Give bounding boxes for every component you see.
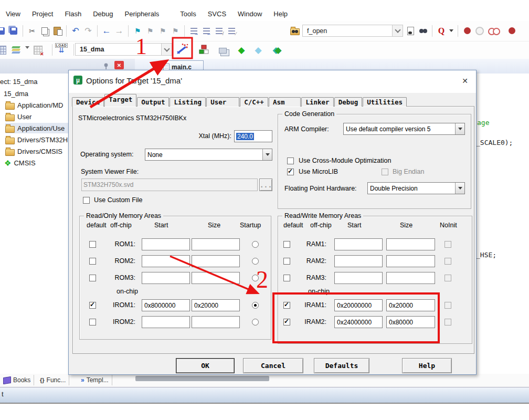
menu-tools[interactable]: Tools xyxy=(174,10,202,18)
dialog-title-bar[interactable]: µ Options for Target '15_dma' ✕ xyxy=(69,70,476,93)
irom2-size-input[interactable] xyxy=(192,316,240,328)
configure-flash-tools-icon[interactable]: ◆ xyxy=(236,44,247,56)
software-packs-icon[interactable]: ◆ ◆ xyxy=(269,44,285,56)
arm-compiler-select[interactable]: Use default compiler version 5 xyxy=(343,123,465,135)
menu-window[interactable]: Window xyxy=(232,10,268,18)
rom1-startup-radio[interactable] xyxy=(252,241,259,248)
ram3-default-checkbox[interactable] xyxy=(283,275,290,281)
rom2-startup-radio[interactable] xyxy=(252,258,259,265)
menu-debug[interactable]: Debug xyxy=(87,10,119,18)
cut-icon[interactable]: ✂ xyxy=(27,25,37,37)
help-button[interactable]: Help xyxy=(402,358,452,373)
dropdown-icon[interactable] xyxy=(455,183,464,194)
tab-functions[interactable]: {} Func... xyxy=(37,375,69,385)
find-in-document-icon[interactable] xyxy=(405,25,416,37)
tab-cpp[interactable]: C/C++ xyxy=(240,97,268,107)
ram1-size-input[interactable] xyxy=(386,238,435,250)
tab-utilities[interactable]: Utilities xyxy=(363,97,407,107)
irom1-start-input[interactable]: 0x8000000 xyxy=(142,299,190,311)
menu-svcs[interactable]: SVCS xyxy=(202,10,232,18)
disable-breakpoint-icon[interactable] xyxy=(474,25,485,37)
defaults-button[interactable]: Defaults xyxy=(314,358,369,373)
undo-icon[interactable]: ↶ xyxy=(70,25,81,37)
target-select-dropdown-icon[interactable] xyxy=(161,44,172,55)
clear-bookmarks-icon[interactable]: ⚑ xyxy=(170,25,181,37)
find-icon[interactable] xyxy=(418,25,428,37)
ram1-noinit-checkbox[interactable] xyxy=(445,241,451,248)
cross-module-checkbox[interactable] xyxy=(287,158,294,164)
rom2-start-input[interactable] xyxy=(142,255,190,267)
ram3-noinit-checkbox[interactable] xyxy=(445,275,451,281)
uncomment-icon[interactable]: ⁄ xyxy=(226,25,237,37)
tab-templates[interactable]: » Templ... xyxy=(78,375,112,385)
iram2-noinit-checkbox[interactable] xyxy=(445,319,451,326)
batch-build-icon[interactable] xyxy=(33,44,43,56)
file-extensions-icon[interactable]: ◆ xyxy=(253,44,263,56)
toggle-breakpoint-icon[interactable] xyxy=(462,25,472,37)
iram2-default-checkbox[interactable] xyxy=(283,319,290,326)
iram1-size-input[interactable]: 0x20000 xyxy=(386,299,435,311)
enable-breakpoints-icon[interactable] xyxy=(503,25,513,37)
rom3-start-input[interactable] xyxy=(142,272,190,284)
save-icon[interactable] xyxy=(0,25,6,37)
irom2-start-input[interactable] xyxy=(142,316,190,328)
menu-flash[interactable]: Flash xyxy=(59,10,87,18)
tab-output[interactable]: Output xyxy=(137,97,169,107)
tree-item-project-root[interactable]: ect: 15_dma xyxy=(0,76,68,87)
ram2-size-input[interactable] xyxy=(386,255,435,267)
paste-icon[interactable] xyxy=(52,25,62,37)
comment-icon[interactable]: / xyxy=(214,25,224,37)
tab-listing[interactable]: Listing xyxy=(170,97,206,107)
dialog-close-icon[interactable]: ✕ xyxy=(458,75,472,87)
ram2-start-input[interactable] xyxy=(334,255,383,267)
target-select-combobox[interactable]: 15_dma xyxy=(75,43,172,56)
ram1-start-input[interactable] xyxy=(334,238,383,250)
irom1-size-input[interactable]: 0x20000 xyxy=(192,299,240,311)
tree-item-group[interactable]: Application/Use xyxy=(5,123,68,133)
use-custom-file-checkbox[interactable] xyxy=(83,197,90,204)
tree-item-group[interactable]: Application/MD xyxy=(5,100,68,110)
iram2-size-input[interactable]: 0x80000 xyxy=(386,316,435,328)
tab-asm[interactable]: Asm xyxy=(269,97,301,107)
rom1-start-input[interactable] xyxy=(142,238,190,250)
pin-icon[interactable] xyxy=(103,62,110,70)
build-icon[interactable] xyxy=(10,44,21,56)
tab-device[interactable]: Device xyxy=(72,97,104,107)
search-input[interactable]: f_open xyxy=(303,27,392,35)
tab-books[interactable]: Books xyxy=(0,375,34,385)
redo-icon[interactable]: ↷ xyxy=(83,25,93,37)
tab-linker[interactable]: Linker xyxy=(301,97,333,107)
copy-icon[interactable] xyxy=(39,25,50,37)
indent-left-icon[interactable]: ← xyxy=(201,25,211,37)
ram3-size-input[interactable] xyxy=(386,272,435,284)
microlib-checkbox[interactable] xyxy=(287,169,294,175)
xtal-input[interactable]: 240.0 xyxy=(234,130,272,142)
iram1-start-input[interactable]: 0x20000000 xyxy=(334,299,383,311)
iram1-default-checkbox[interactable] xyxy=(283,302,290,309)
tree-item-target[interactable]: 15_dma xyxy=(4,88,68,99)
quick-find-icon[interactable]: Q xyxy=(436,25,447,37)
translate-icon[interactable] xyxy=(0,44,7,56)
search-dropdown-icon[interactable] xyxy=(392,25,403,36)
irom2-startup-radio[interactable] xyxy=(252,319,259,326)
ram2-noinit-checkbox[interactable] xyxy=(445,258,451,265)
next-bookmark-icon[interactable]: ⚑ xyxy=(157,25,168,37)
tree-item-group[interactable]: Drivers/STM32H xyxy=(5,134,68,145)
rom3-size-input[interactable] xyxy=(192,272,240,284)
ok-button[interactable]: OK xyxy=(176,358,235,373)
download-icon[interactable]: LOAD ⇊ xyxy=(54,43,69,53)
rom2-size-input[interactable] xyxy=(192,255,240,267)
tab-target[interactable]: Target xyxy=(104,94,136,107)
search-combobox[interactable]: f_open xyxy=(302,25,403,37)
operating-system-select[interactable]: None xyxy=(145,149,272,161)
browse-button[interactable]: ... xyxy=(259,178,272,191)
navigate-back-icon[interactable]: ← xyxy=(101,25,112,37)
cancel-button[interactable]: Cancel xyxy=(243,358,303,373)
menu-view[interactable]: View xyxy=(0,10,26,18)
tree-item-group[interactable]: User xyxy=(5,111,68,122)
find-in-files-icon[interactable] xyxy=(290,25,300,37)
rom3-startup-radio[interactable] xyxy=(252,275,259,281)
save-all-icon[interactable] xyxy=(8,25,19,37)
menu-project[interactable]: Project xyxy=(26,10,59,18)
menu-help[interactable]: Help xyxy=(268,10,293,18)
